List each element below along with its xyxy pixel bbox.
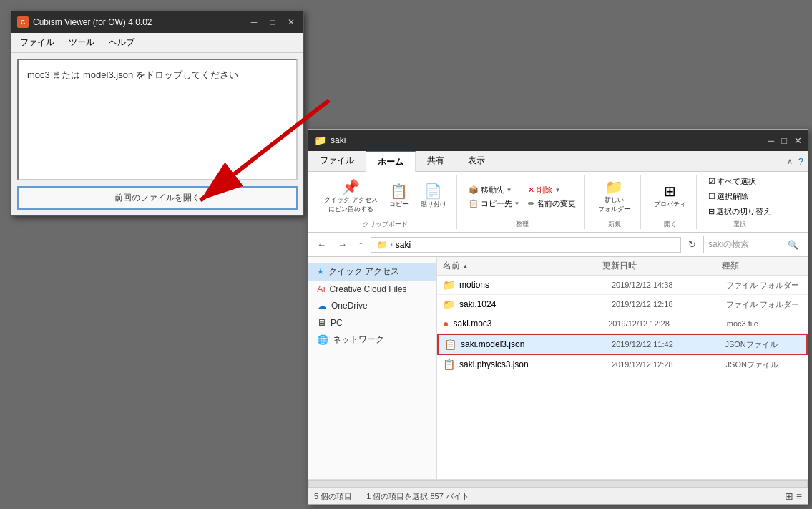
file-name: saki.physics3.json (459, 359, 612, 369)
cubism-menu: ファイル ツール ヘルプ (11, 33, 303, 53)
ribbon-collapse-icon[interactable]: ∧ (787, 157, 793, 166)
col-header-type[interactable]: 種類 (722, 260, 802, 272)
file-type: ファイル フォルダー (726, 299, 802, 310)
tab-share[interactable]: 共有 (416, 151, 456, 171)
ribbon-help-icon[interactable]: ? (798, 156, 803, 167)
view-controls: ⊞ ≡ (785, 490, 802, 502)
open-buttons: ⊞ プロパティ (650, 175, 690, 218)
exp-maximize-button[interactable]: □ (781, 135, 787, 146)
select-all-icon: ☑ (708, 177, 715, 186)
new-folder-button[interactable]: 📁 新しいフォルダー (594, 177, 635, 217)
move-to-button[interactable]: 📦 移動先 ▼ (466, 184, 523, 196)
nav-onedrive-label: OneDrive (331, 301, 368, 311)
horizontal-scrollbar[interactable] (308, 479, 808, 488)
close-button[interactable]: ✕ (285, 17, 298, 27)
file-name: saki.1024 (459, 299, 612, 309)
file-icon: 📁 (443, 299, 455, 310)
sort-icon: ▲ (462, 263, 469, 270)
menu-file[interactable]: ファイル (17, 35, 57, 50)
file-row[interactable]: 📁 saki.1024 2019/12/12 12:18 ファイル フォルダー (437, 295, 808, 314)
organize-col-left: 📦 移動先 ▼ 📋 コピー先 ▼ (466, 184, 523, 210)
scroll-track[interactable] (308, 480, 808, 488)
nav-creative-cloud[interactable]: Ai Creative Cloud Files (308, 281, 436, 297)
explorer-titlebar: 📁 saki ─ □ ✕ (308, 130, 808, 151)
file-row-selected[interactable]: 📋 saki.model3.json 2019/12/12 11:42 JSON… (437, 334, 808, 355)
explorer-win-controls: ─ □ ✕ (768, 135, 802, 146)
invert-selection-button[interactable]: ⊟ 選択の切り替え (705, 205, 774, 218)
address-folder-icon: 📁 (377, 240, 388, 250)
nav-quick-access-label: クイック アクセス (328, 266, 399, 278)
file-name: saki.moc3 (453, 319, 608, 329)
up-button[interactable]: ↑ (354, 238, 368, 251)
item-count: 5 個の項目 (314, 491, 352, 502)
back-button[interactable]: ← (313, 238, 331, 251)
col-header-name[interactable]: 名前 ▲ (443, 260, 602, 272)
properties-icon: ⊞ (664, 184, 676, 198)
maximize-button[interactable]: □ (266, 17, 279, 27)
file-panel: 名前 ▲ 更新日時 種類 📁 motions 2019/12/12 14:38 … (437, 257, 808, 479)
delete-dropdown-icon: ▼ (554, 187, 560, 193)
clipboard-buttons: 📌 クイック アクセスにピン留めする 📋 コピー 📄 貼り付け (320, 175, 451, 218)
rename-icon: ✏ (528, 199, 534, 208)
refresh-button[interactable]: ↻ (684, 238, 700, 251)
col-header-date[interactable]: 更新日時 (602, 260, 722, 272)
exp-minimize-button[interactable]: ─ (768, 135, 774, 146)
file-row[interactable]: 📁 motions 2019/12/12 14:38 ファイル フォルダー (437, 276, 808, 295)
copy-button[interactable]: 📋 コピー (385, 181, 414, 212)
nav-pc[interactable]: 🖥 PC (308, 314, 436, 331)
nav-panel: ★ クイック アクセス Ai Creative Cloud Files ☁ On… (308, 257, 437, 479)
file-name: saki.model3.json (461, 339, 612, 349)
tab-home[interactable]: ホーム (366, 151, 416, 172)
exp-close-button[interactable]: ✕ (794, 135, 802, 146)
quick-access-pin-button[interactable]: 📌 クイック アクセスにピン留めする (320, 177, 382, 217)
file-date: 2019/12/12 14:38 (612, 281, 726, 289)
menu-help[interactable]: ヘルプ (106, 35, 137, 50)
search-icon[interactable]: 🔍 (788, 240, 798, 250)
tab-view[interactable]: 表示 (456, 151, 497, 171)
nav-quick-access[interactable]: ★ クイック アクセス (308, 263, 436, 281)
folder-title-icon: 📁 (314, 135, 326, 146)
delete-button[interactable]: ✕ 削除 ▼ (525, 184, 579, 196)
select-all-button[interactable]: ☑ すべて選択 (705, 175, 774, 188)
open-label: 開く (664, 220, 677, 229)
file-type: ファイル フォルダー (726, 280, 802, 291)
minimize-button[interactable]: ─ (248, 17, 260, 27)
paste-icon: 📄 (424, 184, 442, 198)
address-input[interactable]: 📁 › saki (371, 237, 682, 253)
rename-button[interactable]: ✏ 名前の変更 (525, 198, 579, 210)
tab-file[interactable]: ファイル (308, 151, 366, 171)
cubism-drop-area[interactable]: moc3 または model3.json をドロップしてください (17, 59, 298, 180)
clipboard-label: クリップボード (363, 220, 408, 229)
new-buttons: 📁 新しいフォルダー (594, 175, 635, 218)
properties-button[interactable]: ⊞ プロパティ (650, 181, 690, 212)
file-date: 2019/12/12 12:28 (612, 360, 726, 369)
invert-icon: ⊟ (708, 207, 715, 216)
copy-to-button[interactable]: 📋 コピー先 ▼ (466, 198, 523, 210)
list-view-button[interactable]: ≡ (796, 490, 802, 502)
forward-button[interactable]: → (333, 238, 351, 251)
file-row[interactable]: 📋 saki.physics3.json 2019/12/12 12:28 JS… (437, 355, 808, 374)
search-box[interactable]: sakiの検索 🔍 (703, 236, 803, 253)
selected-info: 1 個の項目を選択 857 バイト (366, 491, 469, 502)
file-date: 2019/12/12 11:42 (612, 340, 725, 349)
file-row[interactable]: ● saki.moc3 2019/12/12 12:28 .moc3 file (437, 314, 808, 334)
cubism-footer: 前回のファイルを開く (17, 186, 298, 210)
pc-icon: 🖥 (317, 317, 326, 328)
cubism-window: C Cubism Viewer (for OW) 4.0.02 ─ □ ✕ ファ… (11, 11, 304, 216)
nav-onedrive[interactable]: ☁ OneDrive (308, 297, 436, 314)
new-folder-icon: 📁 (605, 180, 623, 194)
nav-network[interactable]: 🌐 ネットワーク (308, 331, 436, 349)
file-date: 2019/12/12 12:28 (608, 319, 725, 328)
menu-tool[interactable]: ツール (66, 35, 97, 50)
delete-icon: ✕ (528, 185, 534, 195)
file-name: motions (459, 280, 612, 290)
paste-button[interactable]: 📄 貼り付け (416, 181, 451, 212)
ribbon-content: 📌 クイック アクセスにピン留めする 📋 コピー 📄 貼り付け クリップボード (308, 172, 808, 232)
pin-icon: 📌 (342, 180, 360, 194)
select-col: ☑ すべて選択 ☐ 選択解除 ⊟ 選択の切り替え (705, 175, 774, 218)
select-none-button[interactable]: ☐ 選択解除 (705, 190, 774, 203)
organize-label: 整理 (516, 220, 529, 229)
nav-pc-label: PC (331, 318, 343, 328)
detail-view-button[interactable]: ⊞ (785, 490, 793, 502)
open-file-button[interactable]: 前回のファイルを開く (17, 186, 298, 210)
